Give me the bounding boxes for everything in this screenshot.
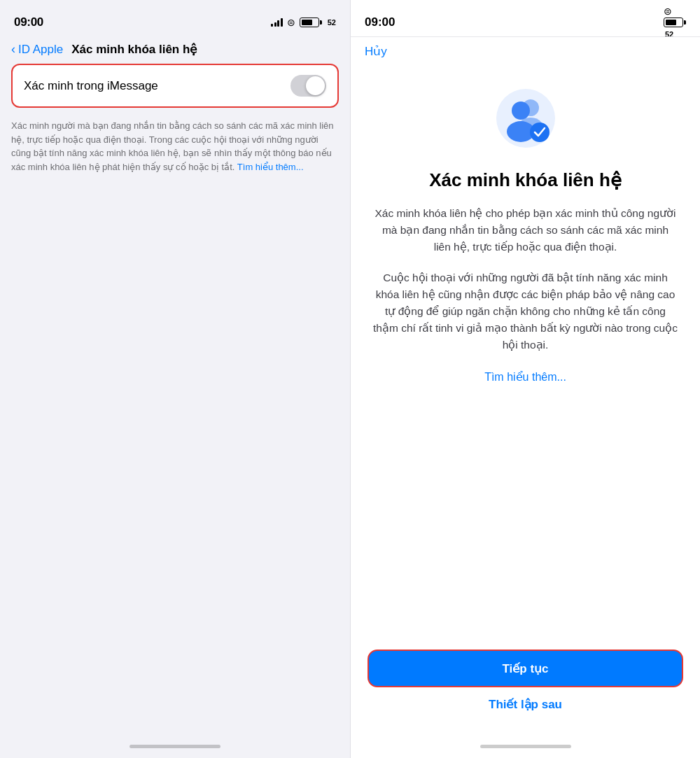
right-home-indicator — [351, 734, 700, 758]
svg-point-5 — [530, 122, 550, 142]
toggle-section: Xác minh trong iMessage — [11, 64, 339, 108]
feature-icon — [494, 87, 557, 150]
right-title: Xác minh khóa liên hệ — [429, 169, 622, 191]
left-home-indicator — [0, 734, 350, 758]
signal-icon — [271, 18, 283, 27]
right-description-1: Xác minh khóa liên hệ cho phép bạn xác m… — [373, 205, 678, 255]
svg-point-3 — [512, 101, 530, 120]
description-text: Xác minh người mà bạn đang nhắn tin bằng… — [11, 119, 339, 174]
left-nav: ‹ ID Apple Xác minh khóa liên hệ — [0, 36, 350, 64]
right-time: 09:00 — [365, 15, 395, 29]
right-description-2: Cuộc hội thoại với những người đã bật tí… — [373, 269, 678, 353]
right-wifi-icon: ⊜ — [664, 6, 672, 17]
continue-label: Tiếp tục — [502, 661, 548, 676]
toggle-switch[interactable] — [290, 75, 326, 97]
home-bar — [130, 745, 220, 748]
left-status-bar: 09:00 ⊜ 52 — [0, 0, 350, 36]
bottom-buttons: Tiếp tục Thiết lập sau — [351, 638, 700, 734]
setup-later-button[interactable]: Thiết lập sau — [489, 697, 562, 712]
left-panel: 09:00 ⊜ 52 ‹ ID Apple Xác minh khóa liên… — [0, 0, 350, 758]
right-learn-more-link[interactable]: Tìm hiểu thêm... — [484, 370, 566, 384]
toggle-knob — [306, 76, 325, 95]
right-status-icons: ⊜ 52 — [664, 5, 686, 40]
cancel-area: Hủy — [351, 37, 700, 59]
right-status-bar: 09:00 ⊜ 52 — [351, 0, 700, 36]
toggle-label: Xác minh trong iMessage — [24, 79, 158, 93]
battery-icon — [300, 17, 322, 27]
learn-more-link[interactable]: Tìm hiểu thêm... — [237, 162, 304, 172]
right-battery-icon — [664, 17, 686, 27]
back-label: ID Apple — [18, 43, 63, 57]
right-panel: 09:00 ⊜ 52 Hủy — [350, 0, 700, 758]
continue-button[interactable]: Tiếp tục — [368, 650, 683, 687]
wifi-icon: ⊜ — [287, 17, 295, 28]
right-content: Xác minh khóa liên hệ Xác minh khóa liên… — [351, 59, 700, 638]
back-button[interactable]: ‹ ID Apple — [11, 43, 63, 57]
right-home-bar — [480, 745, 571, 748]
chevron-left-icon: ‹ — [11, 42, 15, 57]
battery-percent: 52 — [328, 18, 336, 27]
left-status-icons: ⊜ 52 — [271, 17, 336, 28]
feature-icon-container — [494, 87, 557, 150]
left-time: 09:00 — [14, 15, 43, 29]
page-title: Xác minh khóa liên hệ — [71, 42, 197, 57]
